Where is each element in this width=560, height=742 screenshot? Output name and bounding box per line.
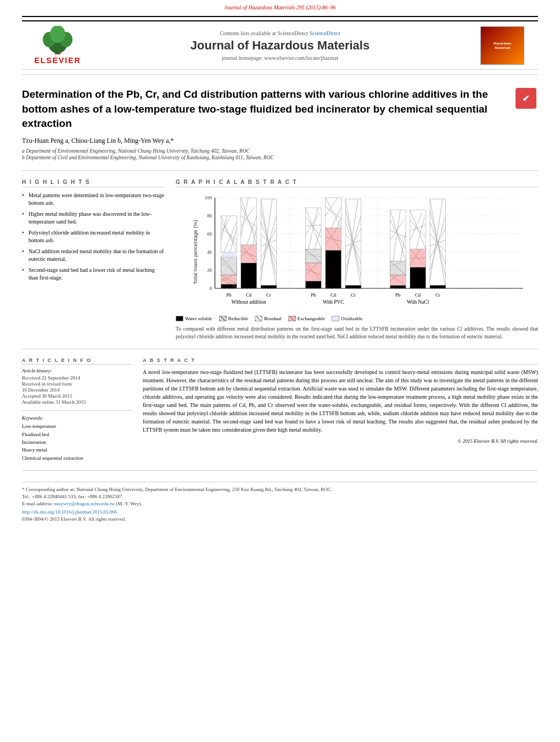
svg-text:Pb: Pb [395,292,401,298]
legend-oxidizable: Oxidizable [332,316,363,321]
svg-text:Cd: Cd [331,292,337,298]
svg-text:0: 0 [210,286,212,291]
email-note: (M.-Y. Wey). [116,501,142,506]
svg-text:Total mass percentage (%): Total mass percentage (%) [192,220,198,284]
journal-header: ELSEVIER Contents lists available at Sci… [22,20,538,70]
highlight-item-3: Polyvinyl chloride addition increased me… [22,229,165,244]
svg-rect-62 [261,285,277,288]
footer-section: * Corresponding author at: National Chun… [22,482,538,522]
issn-line: 0304-3894/© 2015 Elsevier B.V. All right… [22,516,538,522]
page-wrapper: Journal of Hazardous Materials 295 (2015… [0,0,560,540]
keyword-1: Low-temperature [22,422,132,430]
keyword-3: Incineration [22,438,132,446]
accepted-date: Accepted 30 March 2015 [22,393,132,399]
svg-rect-39 [241,263,257,288]
svg-rect-105 [390,285,406,288]
available-date: Available online 31 March 2015 [22,399,132,405]
keywords-section: Keywords: Low-temperature Fluidized bed … [22,415,132,462]
svg-text:100: 100 [205,195,212,200]
svg-text:Cr: Cr [435,292,440,298]
svg-rect-81 [326,250,341,288]
svg-text:Cr: Cr [351,292,356,298]
article-history: Article history: Received 22 September 2… [22,368,132,405]
keyword-5: Chemical sequential extraction [22,454,132,462]
chart-legend: Water soluble Reducible Residual Exchang… [176,316,538,321]
info-divider [22,410,132,411]
email-line: E-mail address: muywey@dragon.nchu.edu.t… [22,501,538,506]
sciencedirect-link[interactable]: ScienceDirect [310,30,340,36]
legend-reducible: Reducible [219,316,249,321]
email-link[interactable]: muywey@dragon.nchu.edu.tw [54,501,115,506]
elsevier-logo: ELSEVIER [34,26,81,65]
svg-text:80: 80 [207,213,212,219]
svg-text:Cd: Cd [415,292,421,298]
highlights-list: Metal patterns were determined in low-te… [22,192,165,282]
highlight-item-4: NaCl addition reduced metal mobility due… [22,248,165,263]
keywords-label: Keywords: [22,415,132,421]
header-bottom-divider [22,74,538,75]
exchangeable-swatch [288,316,296,321]
svg-text:20: 20 [207,267,212,273]
header-left: ELSEVIER [22,26,93,65]
svg-text:With PVC: With PVC [323,299,344,304]
highlight-item-5: Second-stage sand bed had a lower risk o… [22,266,165,282]
residual-swatch [255,316,262,321]
keyword-2: Fluidized bed [22,431,132,438]
legend-label-exchangeable: Exchangeable [298,316,325,321]
journal-title: Journal of Hazardous Materials [93,38,467,53]
journal-ref-link[interactable]: Journal of Hazardous Materials 295 (2015… [225,4,336,10]
svg-text:Pb: Pb [311,292,316,298]
email-label: E-mail address: [22,501,53,506]
chart-area: Total mass percentage (%) 0 20 40 [176,192,538,321]
highlights-graphical-section: H I G H L I G H T S Metal patterns were … [22,179,538,341]
svg-text:Without addition: Without addition [231,299,266,304]
header-right: HazardousMaterials [467,26,538,65]
doi-link[interactable]: http://dx.doi.org/10.1016/j.jhazmat.2015… [22,509,117,515]
article-title-section: Determination of the Pb, Cr, and Cd dist… [22,79,538,166]
graphical-abstract-column: G R A P H I C A L A B S T R A C T Total … [176,179,538,341]
title-divider [22,170,538,171]
copyright-line: © 2015 Elsevier B.V. All rights reserved… [143,438,538,444]
keywords-list: Low-temperature Fluidized bed Incinerati… [22,422,132,462]
middle-divider [22,349,538,349]
highlight-item-1: Metal patterns were determined in low-te… [22,192,165,207]
svg-text:Pb: Pb [226,292,232,298]
svg-rect-141 [430,285,446,288]
sciencedirect-text: Contents lists available at ScienceDirec… [93,30,467,36]
top-divider [22,16,538,17]
elsevier-tree-icon [38,26,77,56]
header-center: Contents lists available at ScienceDirec… [93,30,467,61]
crossmark-badge: ✔ [516,88,536,109]
svg-rect-120 [410,267,426,288]
graphical-abstract-heading: G R A P H I C A L A B S T R A C T [176,179,538,187]
article-title-text: Determination of the Pb, Cr, and Cd dist… [22,87,508,161]
corresponding-author: * Corresponding author at: National Chun… [22,487,538,492]
article-info-column: A R T I C L E I N F O Article history: R… [22,358,132,462]
authors-line: Tzu-Huan Peng a, Chiou-Liang Lin b, Ming… [22,137,508,145]
received-revised-label: Received in revised form [22,381,132,387]
svg-rect-65 [306,281,322,288]
highlight-item-2: Higher metal mobility phase was discover… [22,210,165,226]
article-info-heading: A R T I C L E I N F O [22,358,132,365]
oxidizable-swatch [332,316,339,321]
affiliation-b: b Department of Civil and Environmental … [22,155,508,160]
svg-text:60: 60 [207,231,212,237]
journal-cover-image: HazardousMaterials [480,26,524,65]
graphical-abstract-chart: Total mass percentage (%) 0 20 40 [176,192,538,313]
legend-label-residual: Residual [264,316,282,321]
legend-label-oxidizable: Oxidizable [341,316,363,321]
article-title: Determination of the Pb, Cr, and Cd dist… [22,87,508,131]
highlights-heading: H I G H L I G H T S [22,179,165,187]
highlights-column: H I G H L I G H T S Metal patterns were … [22,179,165,341]
graphical-abstract-text: To compared with different metal distrib… [176,326,538,341]
legend-exchangeable: Exchangeable [288,316,325,321]
footer-divider [22,470,538,471]
reducible-swatch [219,316,227,321]
legend-label-reducible: Reducible [228,316,249,321]
svg-rect-29 [221,252,237,257]
legend-label-water-soluble: Water soluble [185,316,212,321]
history-label: Article history: [22,368,132,373]
received-date: Received 22 September 2014 [22,375,132,381]
abstract-heading: A B S T R A C T [143,358,538,365]
received-revised-date: 10 December 2014 [22,387,132,393]
